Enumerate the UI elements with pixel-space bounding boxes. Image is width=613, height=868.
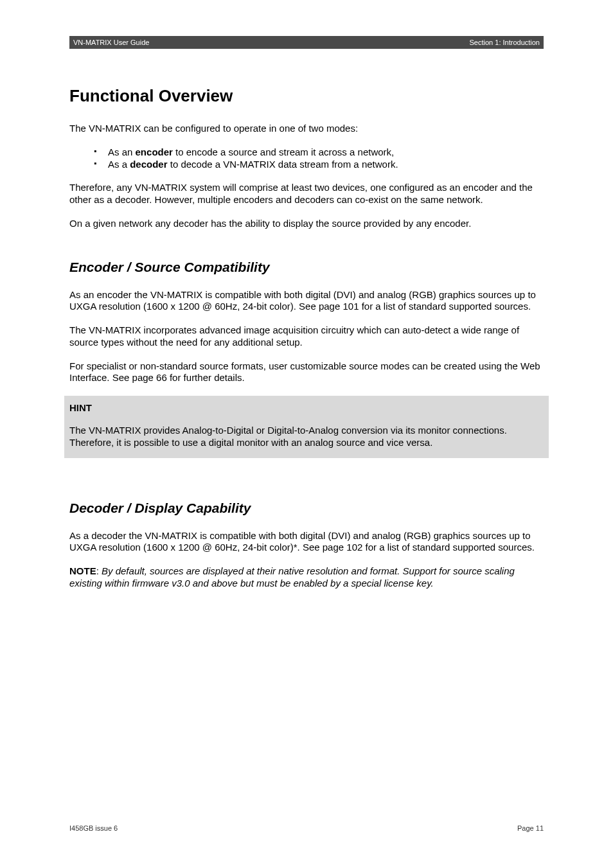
bullet-bold: encoder [136,146,173,157]
spacer [69,242,544,260]
spacer [69,483,544,500]
bullet-bold: decoder [130,159,167,170]
footer-left: I458GB issue 6 [69,824,118,832]
intro-paragraph: The VN-MATRIX can be configured to opera… [69,123,544,135]
bullet-prefix: As an [108,146,136,157]
paragraph: For specialist or non-standard source fo… [69,360,544,385]
paragraph: As a decoder the VN-MATRIX is compatible… [69,530,544,554]
mode-list: As an encoder to encode a source and str… [69,146,544,171]
bullet-suffix: to decode a VN-MATRIX data stream from a… [168,159,398,170]
bullet-suffix: to encode a source and stream it across … [173,146,394,157]
paragraph: The VN-MATRIX incorporates advanced imag… [69,324,544,349]
header-right: Section 1: Introduction [470,39,540,46]
spacer [69,458,544,483]
hint-body: The VN-MATRIX provides Analog-to-Digital… [69,425,544,449]
page-title: Functional Overview [69,86,544,106]
bullet-prefix: As a [108,159,130,170]
note-paragraph: NOTE: By default, sources are displayed … [69,565,544,590]
paragraph: On a given network any decoder has the a… [69,218,544,230]
page: VN-MATRIX User Guide Section 1: Introduc… [0,0,613,868]
header-bar: VN-MATRIX User Guide Section 1: Introduc… [69,36,544,49]
note-body: By default, sources are displayed at the… [69,565,515,589]
note-sep: : [96,565,102,576]
hint-box: HINT The VN-MATRIX provides Analog-to-Di… [64,396,549,458]
footer-right: Page 11 [517,824,544,832]
list-item: As a decoder to decode a VN-MATRIX data … [69,159,544,171]
section-heading-encoder: Encoder / Source Compatibility [69,260,544,275]
footer: I458GB issue 6 Page 11 [69,824,544,832]
section-heading-decoder: Decoder / Display Capability [69,500,544,516]
header-left: VN-MATRIX User Guide [73,39,149,46]
paragraph: As an encoder the VN-MATRIX is compatibl… [69,289,544,314]
note-label: NOTE [69,565,96,576]
list-item: As an encoder to encode a source and str… [69,146,544,159]
paragraph: Therefore, any VN-MATRIX system will com… [69,182,544,206]
hint-title: HINT [69,402,544,413]
